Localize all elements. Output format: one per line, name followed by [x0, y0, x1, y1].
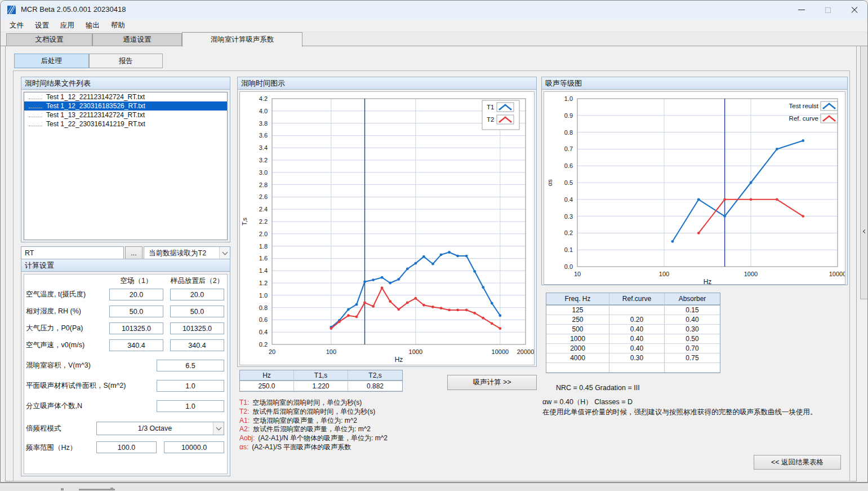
- freq-table-cell: [546, 363, 609, 373]
- tab-reverb-absorption[interactable]: 混响室计算吸声系数: [182, 32, 302, 47]
- note-line: αs:(A2-A1)/S 平面吸声体的吸声系数: [239, 443, 351, 452]
- rt-table-header-row: HzT1,sT2,s: [240, 370, 402, 381]
- calc-label-absorber-count: 分立吸声体个数,N: [26, 400, 82, 412]
- chevron-left-icon: [862, 229, 866, 233]
- grade-chart[interactable]: 0.00.10.20.30.40.50.60.70.80.91.01010010…: [544, 92, 845, 284]
- svg-text:2.0: 2.0: [259, 231, 268, 237]
- freq-range-min-input[interactable]: [96, 441, 157, 453]
- calc-input-pressure-1[interactable]: [109, 322, 163, 334]
- tab-document-settings[interactable]: 文档设置: [6, 33, 92, 46]
- file-item[interactable]: Test 1_12_230316183526_RT.txt: [24, 101, 227, 110]
- screen: MCR Beta 2.05.0.001 20230418 文件设置应用输出帮助 …: [0, 0, 868, 491]
- close-icon: [851, 6, 858, 14]
- freq-range-max-input[interactable]: [164, 441, 224, 453]
- menu-item-help[interactable]: 帮助: [105, 19, 131, 32]
- note-key: αs:: [239, 443, 248, 451]
- svg-text:T2: T2: [487, 116, 494, 123]
- file-item-label: Test 1_13_221123142724_RT.txt: [46, 111, 145, 119]
- file-item[interactable]: Test 1_13_221123142724_RT.txt: [24, 110, 227, 120]
- menu-item-settings[interactable]: 设置: [29, 19, 55, 32]
- note-text: (A2-A1)/S 平面吸声体的吸声系数: [252, 443, 351, 451]
- note-text: 空场混响室的吸声量，单位为: m^2: [253, 417, 357, 424]
- rt-table-header-cell: T2,s: [348, 370, 402, 381]
- freq-table-row: 5000.400.30: [546, 325, 720, 334]
- svg-text:3.2: 3.2: [259, 157, 268, 163]
- calc-label-sound-speed: 空气声速，v0(m/s): [26, 339, 84, 351]
- svg-text:1.0: 1.0: [564, 95, 573, 102]
- calc-settings-title: 计算设置: [21, 259, 230, 272]
- subtab-postprocess[interactable]: 后处理: [14, 54, 89, 68]
- freq-table-cell: [665, 363, 720, 373]
- svg-text:T,s: T,s: [241, 217, 248, 225]
- calc-input-air-temp-1[interactable]: [109, 289, 163, 300]
- calc-input-pressure-2[interactable]: [170, 322, 224, 334]
- calc-input-absorber-count[interactable]: [157, 400, 224, 412]
- freq-table-cell: [609, 363, 665, 373]
- right-collapse-handle[interactable]: [860, 46, 868, 299]
- menu-item-output[interactable]: 输出: [80, 19, 105, 32]
- maximize-button[interactable]: [814, 1, 841, 19]
- app-window: MCR Beta 2.05.0.001 20230418 文件设置应用输出帮助 …: [0, 0, 868, 483]
- svg-text:0.7: 0.7: [564, 145, 573, 152]
- menu-item-application[interactable]: 应用: [55, 19, 80, 32]
- calc-label-sample-area: 平面吸声材料试件面积，S(m^2): [26, 380, 126, 392]
- svg-text:2.6: 2.6: [259, 193, 268, 200]
- freq-table-row: 10000.400.50: [546, 334, 720, 344]
- calc-input-humidity-1[interactable]: [109, 306, 163, 317]
- svg-text:1000: 1000: [744, 271, 758, 277]
- note-line: A1:空场混响室的吸声量，单位为: m^2: [239, 416, 357, 426]
- calc-label-freq-range: 频率范围（Hz）: [26, 442, 77, 454]
- rt-chart-title: 混响时间图示: [238, 77, 536, 90]
- svg-text:4.0: 4.0: [259, 108, 268, 114]
- note-key: T1:: [239, 399, 249, 406]
- freq-table-cell: 0.40: [609, 344, 665, 353]
- svg-text:Test reulst: Test reulst: [789, 103, 819, 109]
- calc-label-pressure: 大气压力，P0(Pa): [26, 322, 83, 334]
- note-line: T1:空场混响室的混响时间，单位为秒(s): [239, 398, 362, 408]
- subtab-report[interactable]: 报告: [89, 54, 163, 68]
- svg-text:0.9: 0.9: [564, 112, 573, 119]
- octave-mode-select[interactable]: 1/3 Octave: [96, 422, 224, 435]
- tree-connector: [29, 117, 42, 117]
- svg-text:10000: 10000: [492, 348, 509, 355]
- calc-input-air-temp-2[interactable]: [170, 289, 224, 300]
- rt-name-input[interactable]: [21, 246, 124, 260]
- back-to-results-button[interactable]: << 返回结果表格: [754, 455, 841, 470]
- browse-button[interactable]: ...: [125, 246, 143, 260]
- calc-input-room-volume[interactable]: [157, 360, 224, 371]
- freq-table-cell: 0.40: [609, 325, 665, 334]
- freq-table-cell: [609, 306, 665, 315]
- tab-strip: 文档设置通道设置混响室计算吸声系数: [1, 32, 867, 46]
- freq-table-cell: 0.50: [665, 334, 720, 344]
- freq-table-cell: 1000: [546, 334, 609, 344]
- freq-table-header-cell: Ref.curve: [609, 293, 665, 306]
- rt-chart[interactable]: 0.20.40.60.81.01.21.41.61.82.02.22.42.62…: [240, 92, 534, 365]
- note-line: Aobj:(A2-A1)/N 单个物体的吸声量，单位为: m^2: [239, 434, 388, 443]
- absorb-calc-button[interactable]: 吸声计算 >>: [447, 375, 537, 390]
- file-item[interactable]: Test 1_12_221123142724_RT.txt: [24, 92, 227, 101]
- svg-text:1.8: 1.8: [259, 243, 268, 250]
- calc-input-sound-speed-2[interactable]: [170, 339, 224, 351]
- calc-input-sound-speed-1[interactable]: [109, 339, 163, 351]
- freq-table-cell: 2000: [546, 344, 609, 353]
- calc-input-sample-area[interactable]: [157, 380, 224, 392]
- svg-text:Hz: Hz: [704, 278, 712, 284]
- svg-text:3.0: 3.0: [259, 169, 268, 176]
- note-key: A1:: [239, 417, 250, 424]
- calc-input-humidity-2[interactable]: [170, 306, 224, 317]
- freq-table-row: 20000.400.70: [546, 344, 720, 353]
- minimize-button[interactable]: [788, 1, 814, 19]
- svg-text:0.4: 0.4: [259, 329, 268, 335]
- chevron-down-icon: [219, 247, 230, 259]
- close-button[interactable]: [841, 1, 867, 19]
- tab-channel-settings[interactable]: 通道设置: [92, 33, 182, 46]
- svg-text:3.6: 3.6: [259, 132, 268, 139]
- data-read-mode-select[interactable]: 当前数据读取为T2: [144, 246, 230, 260]
- aw-result-text: αw = 0.40（H） Classes = D: [542, 397, 633, 407]
- svg-text:2.8: 2.8: [259, 182, 268, 188]
- octave-mode-value: 1/3 Octave: [97, 424, 213, 432]
- freq-table-row: 2500.200.40: [546, 315, 720, 325]
- file-item[interactable]: Test 1_22_230316141219_RT.txt: [24, 120, 227, 129]
- menu-item-file[interactable]: 文件: [4, 19, 29, 32]
- desktop-strip: [0, 483, 868, 491]
